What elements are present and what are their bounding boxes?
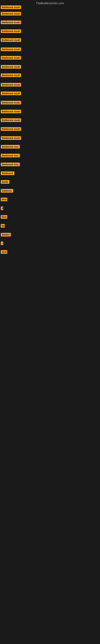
bottleneck-label-9: Bottleneck result (1, 74, 21, 77)
bottleneck-row-23: Bott (0, 197, 8, 202)
bottleneck-label-25: Bott (1, 215, 7, 219)
bottleneck-row-8: Bottleneck result (0, 64, 22, 70)
bottleneck-label-28: | (1, 242, 3, 245)
bottleneck-label-14: Bottleneck result (1, 118, 21, 122)
site-title: TheBottlenecker.com (0, 0, 100, 6)
bottleneck-row-26: Bo (0, 224, 6, 229)
bottleneck-row-24: B (0, 206, 4, 211)
bottleneck-label-19: Bottleneck resu (1, 162, 20, 166)
bottleneck-label-24: B (1, 206, 3, 210)
bottleneck-row-28: | (0, 241, 4, 246)
bottleneck-label-2: Bottleneck result (1, 12, 21, 16)
bottleneck-label-7: Bottleneck result (1, 56, 21, 60)
bottleneck-row-3: Bottleneck result (0, 20, 22, 25)
bottleneck-label-17: Bottleneck resu (1, 145, 20, 148)
bottleneck-row-14: Bottleneck result (0, 118, 22, 123)
bottleneck-label-12: Bottleneck result (1, 101, 21, 104)
bottleneck-label-1: Bottleneck result (1, 6, 21, 9)
bottleneck-label-18: Bottleneck resu (1, 154, 20, 158)
bottleneck-label-6: Bottleneck result (1, 48, 21, 51)
bottleneck-row-7: Bottleneck result (0, 56, 22, 61)
bottleneck-row-11: Bottleneck result (0, 91, 22, 96)
bottleneck-label-5: Bottleneck result (1, 38, 21, 42)
bottleneck-label-15: Bottleneck result (1, 127, 21, 131)
bottleneck-row-1: Bottleneck result (0, 5, 22, 10)
bottleneck-row-21: Bottle (0, 180, 10, 185)
bottleneck-label-20: Bottleneck (1, 172, 14, 175)
bottleneck-label-10: Bottleneck result (1, 83, 21, 86)
bottleneck-label-27: Bottlen (1, 233, 11, 236)
bottleneck-row-17: Bottleneck resu (0, 144, 21, 150)
bottleneck-row-9: Bottleneck result (0, 73, 22, 78)
bottleneck-row-20: Bottleneck (0, 171, 15, 176)
bottleneck-label-13: Bottleneck result (1, 110, 21, 113)
site-title-bar: TheBottlenecker.com (0, 0, 100, 6)
bottleneck-label-8: Bottleneck result (1, 65, 21, 69)
bottleneck-label-26: Bo (1, 224, 5, 228)
bottleneck-row-19: Bottleneck resu (0, 162, 21, 168)
bottleneck-label-4: Bottleneck result (1, 30, 21, 33)
bottleneck-row-25: Bott (0, 215, 8, 220)
bottleneck-row-22: Bottlenec (0, 188, 14, 194)
bottleneck-row-16: Bottleneck result (0, 136, 22, 141)
bottleneck-label-22: Bottlenec (1, 189, 13, 192)
bottleneck-row-29: Bott (0, 250, 8, 255)
bottleneck-row-10: Bottleneck result (0, 82, 22, 88)
bottleneck-row-13: Bottleneck result (0, 109, 22, 114)
bottleneck-label-23: Bott (1, 198, 7, 201)
bottleneck-label-16: Bottleneck result (1, 136, 21, 140)
bottleneck-row-12: Bottleneck result (0, 100, 22, 106)
bottleneck-label-21: Bottle (1, 180, 9, 184)
bottleneck-row-6: Bottleneck result (0, 47, 22, 52)
bottleneck-row-15: Bottleneck result (0, 127, 22, 132)
bottleneck-row-18: Bottleneck resu (0, 153, 21, 158)
bottleneck-row-5: Bottleneck result (0, 38, 22, 43)
bottleneck-row-2: Bottleneck result (0, 12, 22, 17)
bottleneck-label-29: Bott (1, 250, 7, 254)
bottleneck-row-27: Bottlen (0, 232, 12, 238)
bottleneck-label-3: Bottleneck result (1, 20, 21, 24)
bottleneck-row-4: Bottleneck result (0, 29, 22, 34)
bottleneck-label-11: Bottleneck result (1, 92, 21, 95)
